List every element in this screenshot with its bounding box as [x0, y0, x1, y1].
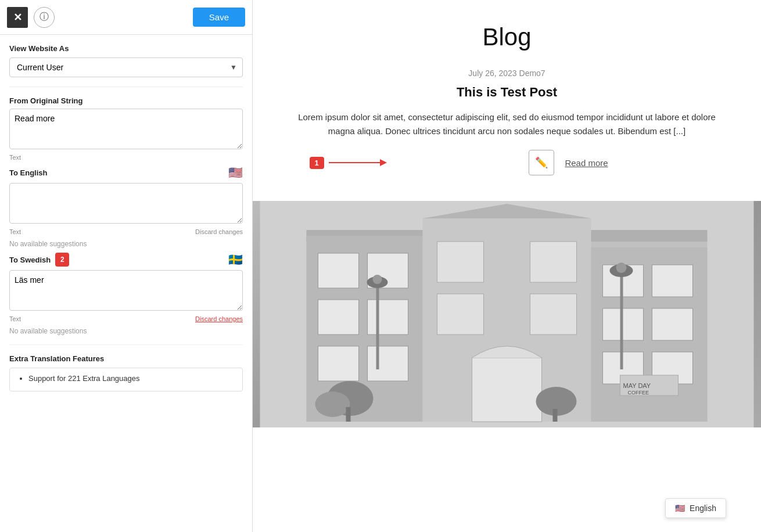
blog-image: MAY DAY COFFEE: [253, 201, 761, 427]
from-original-type: Text: [9, 154, 21, 161]
to-english-header: To English 🇺🇸: [9, 166, 243, 179]
post-meta: July 26, 2023 Demo7: [286, 69, 728, 78]
edit-icon-box[interactable]: ✏️: [529, 150, 554, 175]
annotation-badge-2: 2: [55, 253, 69, 267]
to-swedish-footer: Text Discard changes: [9, 315, 243, 322]
extra-features-title: Extra Translation Features: [9, 354, 243, 363]
post-title: This is Test Post: [286, 85, 728, 100]
post-excerpt: Lorem ipsum dolor sit amet, consectetur …: [286, 110, 728, 138]
building-svg: MAY DAY COFFEE: [253, 201, 761, 427]
divider-1: [9, 87, 243, 87]
extra-features-list: Support for 221 Extra Languages: [18, 374, 234, 383]
english-flag-icon: 🇺🇸: [228, 166, 243, 179]
svg-rect-15: [437, 242, 484, 282]
svg-rect-14: [472, 358, 542, 422]
us-flag-icon: 🇺🇸: [675, 504, 685, 513]
blog-content: Blog July 26, 2023 Demo7 This is Test Po…: [275, 0, 740, 201]
svg-text:COFFEE: COFFEE: [628, 390, 649, 396]
svg-rect-18: [530, 294, 577, 335]
arrow-svg: [329, 157, 387, 168]
from-original-section: From Original String Read more Text: [9, 96, 243, 161]
to-english-discard: Discard changes: [195, 228, 243, 235]
to-swedish-discard[interactable]: Discard changes: [195, 315, 243, 322]
svg-rect-23: [652, 308, 693, 340]
close-button[interactable]: ✕: [7, 7, 28, 28]
svg-rect-21: [652, 265, 693, 297]
list-item: Support for 221 Extra Languages: [28, 374, 234, 383]
svg-point-31: [616, 263, 627, 273]
svg-rect-17: [437, 294, 484, 335]
svg-rect-9: [368, 300, 408, 335]
to-swedish-textarea[interactable]: Läs mer: [9, 270, 243, 311]
to-swedish-type: Text: [9, 315, 21, 322]
svg-rect-6: [318, 253, 359, 288]
blog-title: Blog: [286, 23, 728, 51]
pencil-icon: ✏️: [535, 156, 548, 169]
to-english-label: To English: [9, 168, 47, 177]
annotation-arrow: [329, 157, 387, 168]
from-original-label: From Original String: [9, 96, 82, 105]
annotation-badge-1: 1: [310, 157, 324, 169]
to-swedish-header: To Swedish 2 🇸🇪: [9, 253, 243, 267]
svg-rect-10: [318, 346, 359, 381]
to-swedish-section: To Swedish 2 🇸🇪 Läs mer Text Discard cha…: [9, 253, 243, 335]
read-more-area: 1 ✏️ Read more: [286, 150, 728, 175]
annotation-1-group: 1: [310, 157, 387, 169]
svg-text:MAY DAY: MAY DAY: [623, 382, 651, 389]
view-website-label: View Website As: [9, 44, 243, 53]
from-original-header: From Original String: [9, 96, 243, 105]
to-english-section: To English 🇺🇸 Text Discard changes No av…: [9, 166, 243, 248]
panel-body: View Website As Current User ▼ From Orig…: [0, 35, 252, 532]
view-website-select[interactable]: Current User: [9, 57, 243, 77]
svg-rect-11: [368, 346, 408, 381]
language-label: English: [690, 504, 716, 513]
save-button[interactable]: Save: [193, 8, 245, 27]
svg-rect-36: [553, 409, 558, 422]
to-english-textarea[interactable]: [9, 183, 243, 224]
svg-rect-34: [346, 407, 351, 422]
svg-rect-16: [530, 242, 577, 282]
toolbar: ✕ ⓘ Save: [0, 0, 252, 35]
to-swedish-label: To Swedish: [9, 256, 51, 264]
svg-point-28: [373, 275, 382, 284]
svg-rect-29: [620, 271, 623, 369]
extra-features-box: Support for 221 Extra Languages: [9, 368, 243, 391]
left-panel: ✕ ⓘ Save View Website As Current User ▼ …: [0, 0, 253, 532]
swedish-flag-icon: 🇸🇪: [228, 253, 243, 267]
to-swedish-no-suggestions: No available suggestions: [9, 327, 243, 335]
from-original-textarea[interactable]: Read more: [9, 109, 243, 149]
view-website-select-wrapper: Current User ▼: [9, 57, 243, 77]
from-original-footer: Text: [9, 154, 243, 161]
to-english-type: Text: [9, 228, 21, 235]
svg-rect-26: [376, 282, 379, 369]
divider-2: [9, 344, 243, 345]
read-more-link[interactable]: Read more: [560, 156, 612, 170]
to-english-no-suggestions: No available suggestions: [9, 240, 243, 248]
to-english-footer: Text Discard changes: [9, 228, 243, 235]
svg-rect-8: [318, 300, 359, 335]
language-button[interactable]: 🇺🇸 English: [665, 498, 726, 518]
right-panel: Blog July 26, 2023 Demo7 This is Test Po…: [253, 0, 761, 532]
info-button[interactable]: ⓘ: [34, 7, 55, 28]
svg-marker-1: [380, 159, 387, 166]
svg-point-33: [315, 391, 350, 417]
